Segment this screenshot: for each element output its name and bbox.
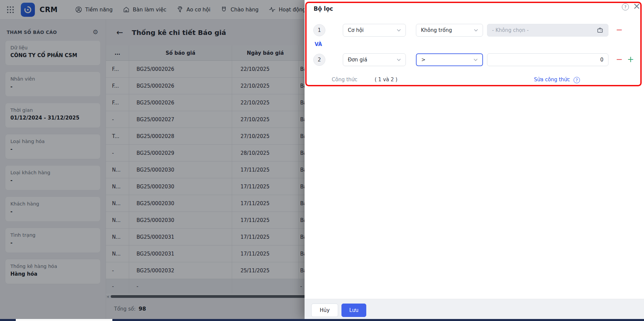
operator-select-value: > [421, 57, 426, 63]
row-number-badge: 2 [313, 54, 325, 66]
briefcase-icon [597, 27, 603, 34]
and-connector: VÀ [315, 41, 322, 47]
field-select[interactable]: Cơ hội [343, 24, 406, 37]
edit-formula-link[interactable]: Sửa công thức [534, 77, 570, 83]
filter-row-2: 2 Đơn giá > − + [305, 53, 644, 66]
help-icon[interactable]: ? [622, 3, 629, 10]
row-number-badge: 1 [313, 24, 325, 36]
chevron-down-icon [397, 58, 401, 61]
formula-label: Công thức [332, 77, 358, 83]
remove-condition-icon[interactable]: − [614, 25, 624, 35]
value-picker-placeholder: - Không chọn - [492, 27, 529, 33]
field-select-value: Đơn giá [348, 57, 367, 63]
value-input-wrap [487, 53, 608, 66]
operator-select[interactable]: > [416, 53, 483, 66]
value-input[interactable] [492, 57, 603, 63]
modal-footer: Hủy Lưu [305, 299, 644, 319]
cancel-button[interactable]: Hủy [311, 304, 338, 317]
chevron-down-icon [474, 29, 478, 32]
value-picker-disabled: - Không chọn - [487, 24, 608, 37]
remove-condition-icon[interactable]: − [614, 55, 624, 65]
filter-modal: Bộ lọc ? × 1 Cơ hội Không trống - Không … [305, 0, 644, 319]
close-icon[interactable]: × [633, 1, 641, 11]
operator-select[interactable]: Không trống [416, 24, 483, 37]
chevron-down-icon [397, 29, 401, 32]
chevron-down-icon [474, 58, 478, 61]
formula-row: Công thức ( 1 và 2 ) Sửa công thức ? [305, 77, 644, 85]
field-select-value: Cơ hội [348, 27, 364, 33]
modal-title: Bộ lọc [314, 5, 333, 12]
taskbar-edge [0, 319, 644, 321]
formula-help-icon[interactable]: ? [574, 77, 580, 83]
save-button[interactable]: Lưu [341, 304, 366, 317]
formula-value: ( 1 và 2 ) [375, 77, 397, 83]
filter-row-1: 1 Cơ hội Không trống - Không chọn - − [305, 24, 644, 37]
field-select[interactable]: Đơn giá [343, 53, 406, 66]
taskbar-edge-segment [16, 319, 112, 321]
add-condition-icon[interactable]: + [626, 55, 635, 65]
highlight-box [305, 2, 642, 86]
operator-select-value: Không trống [421, 27, 452, 33]
